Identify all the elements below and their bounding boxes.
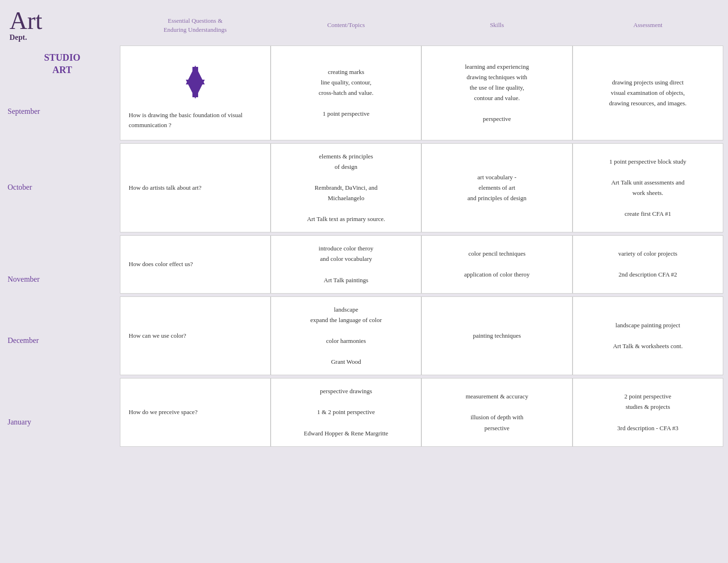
- content-text: elements & principles of design Rembrand…: [278, 151, 414, 225]
- page: Art Dept. Essential Questions &Enduring …: [0, 0, 728, 563]
- skills-text: painting techniques: [428, 331, 565, 341]
- skills-cell: painting techniques: [421, 296, 572, 376]
- skills-cell: art vocabulary - elements of art and pri…: [421, 143, 572, 233]
- svg-marker-2: [186, 80, 205, 99]
- eq-cell: How does color effect us?: [120, 235, 271, 293]
- eq-text: How do artists talk about art?: [129, 183, 262, 193]
- eq-cell: How do we preceive space?: [120, 378, 271, 446]
- curriculum-row: JanuaryHow do we preceive space?perspect…: [5, 378, 723, 446]
- month-label: December: [8, 336, 117, 349]
- skills-text: measurement & accuracy illusion of depth…: [428, 391, 565, 433]
- dept-label: Dept.: [9, 33, 115, 42]
- eq-text: How can we use color?: [129, 331, 262, 341]
- eq-text: How is drawing the basic foundation of v…: [129, 111, 262, 130]
- col2-label: Content/Topics: [327, 21, 364, 28]
- col1-header: Essential Questions &Enduring Understand…: [120, 5, 271, 46]
- col2-header: Content/Topics: [271, 5, 421, 46]
- content-cell: introduce color theroy and color vocabul…: [271, 235, 421, 293]
- col4-header: Assessment: [573, 5, 723, 46]
- col3-label: Skills: [490, 21, 504, 28]
- assessment-cell: drawing projects using direct visual exa…: [573, 46, 723, 140]
- assessment-cell: variety of color projects 2nd descriptio…: [573, 235, 723, 293]
- eq-cell: How is drawing the basic foundation of v…: [120, 46, 271, 140]
- skills-text: art vocabulary - elements of art and pri…: [428, 172, 565, 203]
- content-text: introduce color theroy and color vocabul…: [278, 243, 414, 285]
- assessment-text: landscape painting project Art Talk & wo…: [580, 320, 716, 351]
- assessment-cell: 1 point perspective block study Art Talk…: [573, 143, 723, 233]
- content-text: creating marks line quality, contour, cr…: [278, 67, 414, 119]
- assessment-cell: landscape painting project Art Talk & wo…: [573, 296, 723, 376]
- side-cell: January: [5, 378, 120, 446]
- eq-text: How does color effect us?: [129, 259, 262, 269]
- skills-cell: color pencil techniques application of c…: [421, 235, 572, 293]
- side-cell: STUDIO ARTSeptember: [5, 46, 120, 140]
- art-title: Art: [9, 9, 115, 33]
- studio-art-label: STUDIO ART: [8, 47, 117, 79]
- content-cell: creating marks line quality, contour, cr…: [271, 46, 421, 140]
- arrows-icon: [181, 58, 209, 106]
- assessment-text: 2 point perspective studies & projects 3…: [580, 391, 716, 433]
- content-text: landscape expand the language of color c…: [278, 305, 414, 368]
- svg-rect-3: [192, 67, 198, 81]
- assessment-cell: 2 point perspective studies & projects 3…: [573, 378, 723, 446]
- side-cell: November: [5, 235, 120, 293]
- col4-label: Assessment: [633, 21, 662, 28]
- assessment-text: drawing projects using direct visual exa…: [580, 77, 716, 109]
- col1-label: Essential Questions &Enduring Understand…: [164, 17, 227, 34]
- art-dept-header: Art Dept.: [5, 5, 120, 46]
- content-cell: landscape expand the language of color c…: [271, 296, 421, 376]
- content-cell: elements & principles of design Rembrand…: [271, 143, 421, 233]
- eq-cell: How can we use color?: [120, 296, 271, 376]
- curriculum-row: STUDIO ARTSeptember How is drawing the b…: [5, 46, 723, 140]
- month-label: November: [8, 275, 117, 287]
- curriculum-row: NovemberHow does color effect us?introdu…: [5, 235, 723, 293]
- curriculum-table: Art Dept. Essential Questions &Enduring …: [5, 5, 723, 447]
- curriculum-row: OctoberHow do artists talk about art?ele…: [5, 143, 723, 233]
- assessment-text: variety of color projects 2nd descriptio…: [580, 249, 716, 280]
- eq-text: How do we preceive space?: [129, 407, 262, 417]
- eq-cell: How do artists talk about art?: [120, 143, 271, 233]
- skills-cell: measurement & accuracy illusion of depth…: [421, 378, 572, 446]
- month-label: October: [8, 183, 117, 195]
- content-text: perspective drawings 1 & 2 point perspec…: [278, 386, 414, 438]
- skills-text: color pencil techniques application of c…: [428, 249, 565, 280]
- header-row: Art Dept. Essential Questions &Enduring …: [5, 5, 723, 46]
- month-label: January: [8, 418, 117, 430]
- col3-header: Skills: [421, 5, 572, 46]
- skills-text: learning and experiencing drawing techni…: [428, 62, 565, 125]
- skills-cell: learning and experiencing drawing techni…: [421, 46, 572, 140]
- curriculum-row: DecemberHow can we use color?landscape e…: [5, 296, 723, 376]
- side-cell: December: [5, 296, 120, 376]
- assessment-text: 1 point perspective block study Art Talk…: [580, 157, 716, 220]
- side-cell: October: [5, 143, 120, 233]
- content-cell: perspective drawings 1 & 2 point perspec…: [271, 378, 421, 446]
- month-label: September: [8, 107, 117, 120]
